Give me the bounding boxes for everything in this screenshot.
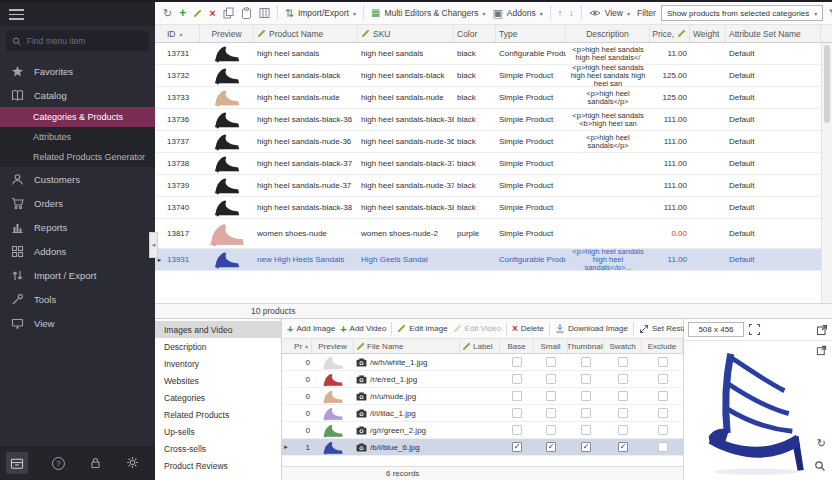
cell-price[interactable]: 0.00 <box>650 219 690 248</box>
cell-label[interactable] <box>460 388 500 404</box>
view-button[interactable]: View▾ <box>589 8 630 18</box>
detail-tab[interactable]: Product Reviews <box>155 457 281 474</box>
cell-label[interactable] <box>460 422 500 438</box>
paste-icon[interactable] <box>241 7 252 19</box>
sidebar-item-reports[interactable]: Reports <box>0 215 155 239</box>
columns-icon[interactable] <box>259 7 270 19</box>
cell-sku[interactable]: High Geels Sandal <box>358 249 454 270</box>
sidebar-item-attributes[interactable]: Attributes <box>0 127 155 147</box>
detail-tab[interactable]: Categories <box>155 389 281 406</box>
search-input[interactable] <box>27 36 143 46</box>
add-video-button[interactable]: +Add Video <box>340 323 386 335</box>
cell-price[interactable]: 111.00 <box>650 197 690 218</box>
add-image-button[interactable]: +Add Image <box>287 323 335 335</box>
cell-file-name[interactable]: /b/l/blue_6.jpg <box>354 439 460 455</box>
detail-tab[interactable]: Inventory <box>155 355 281 372</box>
cell-sku[interactable]: women shoes-nude-2 <box>358 219 454 248</box>
swatch-checkbox[interactable] <box>618 408 628 418</box>
preview-image-area[interactable]: ↻ <box>684 341 832 480</box>
rotate-image-icon[interactable]: ↻ <box>817 437 826 450</box>
cell-product-name[interactable]: new High Heels Sandals <box>254 249 358 270</box>
cell-sku[interactable]: high heel sandals-nude-36 <box>358 131 454 152</box>
cell-label[interactable] <box>460 439 500 455</box>
exclude-checkbox[interactable] <box>658 374 668 384</box>
column-header-color[interactable]: Color <box>454 25 496 42</box>
cell-product-name[interactable]: high heel sandals-black <box>254 65 358 86</box>
column-header-label[interactable]: Label <box>460 339 500 353</box>
delete-image-button[interactable]: ×Delete <box>512 323 544 334</box>
column-header-swatch[interactable]: Swatch <box>604 339 642 353</box>
sidebar-item-customers[interactable]: Customers <box>0 167 155 191</box>
import-export-button[interactable]: ⇅ Import/Export▾ <box>285 8 356 19</box>
column-header-small[interactable]: Small <box>534 339 568 353</box>
column-header-weight[interactable]: Weight <box>690 25 726 42</box>
sidebar-collapse-handle[interactable]: ◂ <box>149 232 158 258</box>
cell-label[interactable] <box>460 371 500 387</box>
thumbnail-checkbox[interactable] <box>581 425 591 435</box>
small-checkbox[interactable] <box>546 408 556 418</box>
base-checkbox[interactable] <box>512 425 522 435</box>
column-header-id[interactable]: ID▲ <box>164 25 200 42</box>
detail-tab[interactable]: Up-sells <box>155 423 281 440</box>
sidebar-item-favorites[interactable]: Favorites <box>0 59 155 83</box>
swatch-checkbox[interactable] <box>618 425 628 435</box>
cell-file-name[interactable]: /g/r/green_2.jpg <box>354 422 460 438</box>
column-header-price[interactable]: Price, <box>650 25 690 42</box>
detail-tab[interactable]: Description <box>155 338 281 355</box>
cell-price[interactable]: 11.00 <box>650 249 690 270</box>
detail-tab[interactable]: Cross-sells <box>155 440 281 457</box>
cell-label[interactable] <box>460 354 500 370</box>
fit-to-screen-icon[interactable] <box>748 323 761 336</box>
cell-price[interactable]: 125.00 <box>650 65 690 86</box>
sort-desc-icon[interactable]: ↓ <box>569 9 574 18</box>
small-checkbox[interactable] <box>546 442 556 452</box>
cell-sku[interactable]: high heel sandals-nude-37 <box>358 175 454 196</box>
table-row[interactable]: ▸ 13739 high heel sandals-nude-37 high h… <box>155 175 821 197</box>
exclude-checkbox[interactable] <box>658 408 668 418</box>
store-manager-icon[interactable] <box>6 452 28 474</box>
base-checkbox[interactable] <box>512 374 522 384</box>
cell-product-name[interactable]: women shoes-nude <box>254 219 358 248</box>
base-checkbox[interactable] <box>512 391 522 401</box>
detail-tab[interactable]: Related Products <box>155 406 281 423</box>
column-header-product-name[interactable]: Product Name <box>254 25 358 42</box>
column-header-type[interactable]: Type <box>496 25 566 42</box>
cell-product-name[interactable]: high heel sandals-black-36 <box>254 109 358 130</box>
column-header-preview[interactable]: Preview <box>200 25 254 42</box>
cell-product-name[interactable]: high heel sandals-black-38 <box>254 197 358 218</box>
column-header-description[interactable]: Description <box>566 25 650 42</box>
filter-select[interactable]: Show products from selected categories▾ <box>661 5 823 21</box>
cell-sku[interactable]: high heel sandals-black-36 <box>358 109 454 130</box>
small-checkbox[interactable] <box>546 425 556 435</box>
exclude-checkbox[interactable] <box>658 442 668 452</box>
image-row[interactable]: ▸ 0 /l/i/lilac_1.jpg <box>282 405 683 422</box>
cell-sku[interactable]: high heel sandals <box>358 43 454 64</box>
edit-product-icon[interactable] <box>193 9 202 18</box>
cell-price[interactable]: 11.00 <box>650 43 690 64</box>
lock-icon[interactable] <box>89 456 102 471</box>
thumbnail-checkbox[interactable] <box>581 391 591 401</box>
cell-sku[interactable]: high heel sandals-black-38 <box>358 197 454 218</box>
table-row[interactable]: ▸ 13731 high heel sandals high heel sand… <box>155 43 821 65</box>
cell-sku[interactable]: high heel sandals-black <box>358 65 454 86</box>
table-row[interactable]: ▸ 13740 high heel sandals-black-38 high … <box>155 197 821 219</box>
cell-product-name[interactable]: high heel sandals-nude-37 <box>254 175 358 196</box>
sidebar-item-view[interactable]: View <box>0 311 155 335</box>
multi-editors-button[interactable]: ▦ Multi Editors & Changers▾ <box>371 8 485 18</box>
hamburger-menu-icon[interactable] <box>9 9 24 20</box>
column-header-preview[interactable]: Preview <box>312 339 354 353</box>
cell-file-name[interactable]: /w/h/white_1.jpg <box>354 354 460 370</box>
filters-button[interactable]: Filters▾ <box>828 8 832 18</box>
base-checkbox[interactable] <box>512 442 522 452</box>
cell-file-name[interactable]: /l/i/lilac_1.jpg <box>354 405 460 421</box>
small-checkbox[interactable] <box>546 391 556 401</box>
thumbnail-checkbox[interactable] <box>581 442 591 452</box>
column-header-exclude[interactable]: Exclude <box>642 339 683 353</box>
column-header-file-name[interactable]: File Name <box>354 339 460 353</box>
cell-product-name[interactable]: high heel sandals-nude-36 <box>254 131 358 152</box>
detail-tab[interactable]: Images and Video <box>155 321 281 338</box>
download-image-button[interactable]: Download Image <box>555 323 628 334</box>
cell-file-name[interactable]: /r/e/red_1.jpg <box>354 371 460 387</box>
image-row[interactable]: ▸ 0 /n/u/nude.jpg <box>282 388 683 405</box>
table-row[interactable]: ▸ 13733 high heel sandals-nude high heel… <box>155 87 821 109</box>
